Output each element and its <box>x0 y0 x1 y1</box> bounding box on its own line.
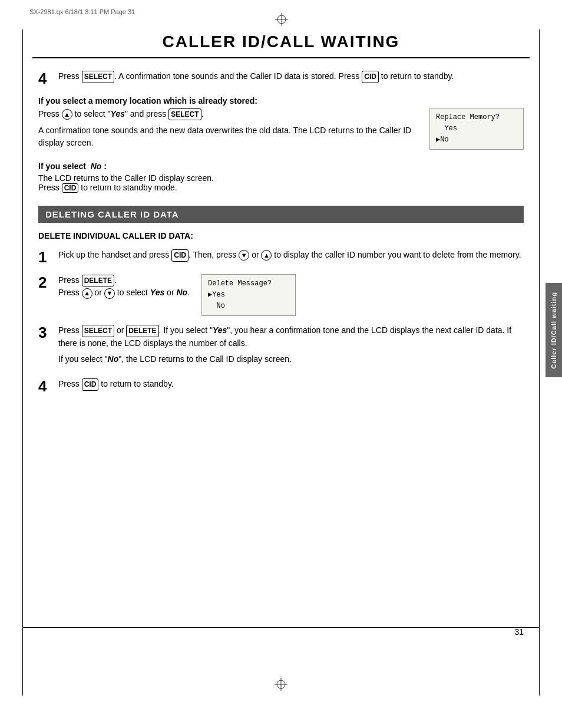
rule-left <box>22 29 23 696</box>
deleting-section-bar: DELETING CALLER ID DATA <box>38 206 524 223</box>
delete-step1: 1 Pick up the handset and press CID. The… <box>38 249 524 266</box>
file-header: SX-2981.qx 6/18/1 3:11 PM Page 31 <box>29 8 135 15</box>
key-select-top: SELECT <box>82 71 114 83</box>
page-number: 31 <box>514 627 524 637</box>
top-crosshair <box>275 13 287 25</box>
delete-step1-content: Pick up the handset and press CID. Then,… <box>58 249 524 262</box>
if-no-text2: Press CID to return to standby mode. <box>38 183 524 193</box>
page-container: SX-2981.qx 6/18/1 3:11 PM Page 31 CALLER… <box>0 0 562 728</box>
delete-step2-content: Press DELETE. Press ▲ or ▼ to select Yes… <box>58 274 190 299</box>
key-cid-no: CID <box>62 183 79 193</box>
yes-s2: Yes <box>150 288 164 297</box>
lcd-replace-memory: Replace Memory? Yes ▶No <box>429 108 524 150</box>
if-stored-text: Press ▲ to select "Yes" and press SELECT… <box>38 108 424 153</box>
sidebar-tab-text: Caller ID/Call waiting <box>550 292 557 369</box>
lcd-delete-message: Delete Message? ▶Yes No <box>201 274 296 317</box>
if-no-section: If you select No : The LCD returns to th… <box>38 162 524 193</box>
step3-line1: Press SELECT or DELETE. If you select "Y… <box>58 324 524 350</box>
key-select-s3: SELECT <box>82 325 114 337</box>
bottom-crosshair <box>275 678 287 693</box>
bottom-rule <box>22 627 540 628</box>
delete-step2-number: 2 <box>38 274 55 291</box>
delete-step2: 2 Press DELETE. Press ▲ or ▼ to select Y… <box>38 274 524 317</box>
delete-step3: 3 Press SELECT or DELETE. If you select … <box>38 324 524 370</box>
delete-step1-number: 1 <box>38 249 55 266</box>
yes-text-top: Yes <box>111 109 125 118</box>
step3-line2: If you select "No", the LCD returns to t… <box>58 353 524 366</box>
if-stored-content: Press ▲ to select "Yes" and press SELECT… <box>38 108 524 153</box>
key-cid-top: CID <box>362 71 379 83</box>
yes-s3: Yes <box>213 325 227 335</box>
key-cid-step4: CID <box>82 378 99 391</box>
delete-step4: 4 Press CID to return to standby. <box>38 378 524 395</box>
delete-step3-number: 3 <box>38 324 55 341</box>
title-rule <box>32 57 530 58</box>
up-arrow-s2: ▲ <box>82 288 92 299</box>
no-s3: No <box>108 354 119 364</box>
delete-step4-number: 4 <box>38 378 55 395</box>
if-no-text1: The LCD returns to the Caller ID display… <box>38 173 524 183</box>
if-stored-heading: If you select a memory location which is… <box>38 96 524 106</box>
if-stored-section: If you select a memory location which is… <box>38 96 524 193</box>
top-step4: 4 Press SELECT. A confirmation tone soun… <box>38 70 524 88</box>
key-select-stored: SELECT <box>168 108 201 121</box>
delete-step2-left: 2 Press DELETE. Press ▲ or ▼ to select Y… <box>38 274 190 299</box>
delete-step3-content: Press SELECT or DELETE. If you select "Y… <box>58 324 524 370</box>
delete-individual-heading: DELETE INDIVIDUAL CALLER ID DATA: <box>38 231 524 241</box>
key-cid-step1: CID <box>171 249 189 262</box>
key-delete-s3: DELETE <box>126 325 158 337</box>
up-arrow-icon-top: ▲ <box>62 109 72 120</box>
delete-step4-content: Press CID to return to standby. <box>58 378 524 391</box>
rule-right <box>539 29 540 696</box>
key-delete-step2: DELETE <box>82 275 114 287</box>
up-arrow-icon-s1: ▲ <box>261 250 272 261</box>
if-stored-confirmation: A confirmation tone sounds and the new d… <box>38 124 424 150</box>
top-step4-number: 4 <box>38 70 55 88</box>
down-arrow-s2: ▼ <box>104 288 115 299</box>
if-no-heading: If you select No : <box>38 162 524 171</box>
no-s2: No <box>176 288 187 297</box>
sidebar-tab: Caller ID/Call waiting <box>546 283 562 377</box>
down-arrow-icon-s1: ▼ <box>239 250 249 261</box>
top-step4-content: Press SELECT. A confirmation tone sounds… <box>58 70 524 83</box>
if-stored-press-line: Press ▲ to select "Yes" and press SELECT… <box>38 108 424 121</box>
main-content: 4 Press SELECT. A confirmation tone soun… <box>0 70 562 395</box>
